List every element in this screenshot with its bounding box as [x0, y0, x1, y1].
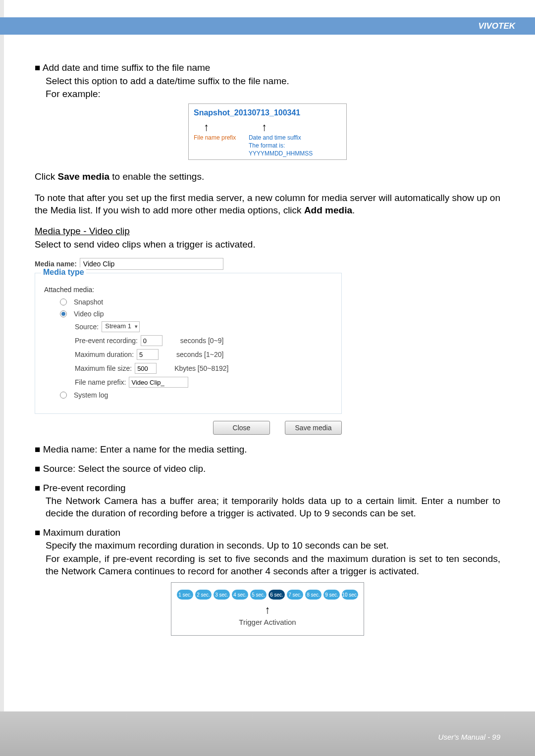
bullet-max-dur-l1: Specify the maximum recording duration i… [46, 540, 500, 552]
source-label: Source: [75, 322, 99, 331]
bullet-pre-event-title: ■ Pre-event recording [35, 482, 500, 495]
trigger-bubble: 5 sec. [250, 590, 267, 600]
header-bar: VIVOTEK [0, 17, 535, 35]
save-media-button-label: Save media [295, 423, 332, 432]
bullet-max-dur-l2: For example, if pre-event recording is s… [46, 553, 500, 577]
snapshot-format-label: The format is: YYYYMMDD_HHMMSS [249, 142, 341, 157]
bullet-pre-event-title-text: Pre-event recording [43, 483, 126, 493]
snapshot-prefix-label: File name prefix [194, 134, 239, 157]
prefix-input[interactable] [129, 377, 188, 388]
note-part1: To note that after you set up the first … [35, 193, 500, 215]
trigger-bubble: 10 sec. [342, 590, 358, 600]
radio-syslog-row[interactable]: System log [60, 391, 332, 400]
note-part2: . [352, 205, 355, 215]
section1-title: Add date and time suffix to the file nam… [43, 62, 211, 73]
source-value: Stream 1 [105, 322, 131, 330]
radio-snapshot[interactable] [60, 299, 67, 305]
max-size-input[interactable] [135, 363, 157, 374]
trigger-caption: Trigger Activation [176, 617, 359, 627]
max-dur-input[interactable] [137, 349, 159, 360]
snapshot-suffix-label: Date and time suffix [249, 134, 341, 142]
bullet: ■ [35, 62, 40, 73]
source-select[interactable]: Stream 1 [102, 321, 140, 332]
close-button[interactable]: Close [213, 421, 270, 435]
bullet-media-name: ■ Media name: Enter a name for the media… [35, 444, 500, 456]
trigger-bubble: 2 sec. [195, 590, 212, 600]
radio-videoclip[interactable] [60, 310, 67, 317]
media-type-header: Media type - Video clip [35, 225, 500, 238]
trigger-diagram: 1 sec.2 sec.3 sec.4 sec.5 sec.6 sec.7 se… [171, 582, 364, 636]
media-type-legend: Media type [41, 267, 86, 278]
radio-syslog[interactable] [60, 392, 67, 399]
note-bold: Add media [304, 205, 352, 215]
pre-event-range: seconds [0~9] [180, 336, 224, 345]
trigger-bubble: 3 sec. [214, 590, 230, 600]
click-save-pre: Click [35, 171, 57, 182]
bullet-media-name-text: Media name: Enter a name for the media s… [43, 444, 247, 454]
trigger-bubble: 6 sec. [268, 590, 285, 600]
close-button-label: Close [233, 423, 251, 432]
pre-event-label: Pre-event recording: [75, 336, 138, 345]
snapshot-title: Snapshot_20130713_100341 [194, 108, 341, 118]
section1-line1: Select this option to add a date/time su… [46, 75, 500, 88]
bullet-source: ■ Source: Select the source of video cli… [35, 463, 500, 475]
media-name-input[interactable] [80, 258, 223, 270]
note-line: To note that after you set up the first … [35, 192, 500, 216]
radio-videoclip-label: Video clip [74, 309, 104, 318]
attached-media-label: Attached media: [44, 285, 332, 294]
prefix-label: File name prefix: [75, 378, 126, 387]
media-type-fieldset: Media type Attached media: Snapshot Vide… [35, 273, 342, 414]
radio-snapshot-label: Snapshot [74, 298, 103, 306]
bullet-pre-event-body: The Network Camera has a buffer area; it… [46, 495, 500, 519]
footer-text: User's Manual - 99 [438, 733, 500, 741]
trigger-bubble: 9 sec. [323, 590, 340, 600]
save-media-button[interactable]: Save media [285, 421, 342, 435]
click-save-line: Click Save media to enable the settings. [35, 171, 500, 183]
media-config-panel: Media name: Media type Attached media: S… [35, 258, 342, 435]
left-strip [0, 0, 4, 756]
max-size-label: Maximum file size: [75, 364, 132, 373]
trigger-bubble: 7 sec. [287, 590, 303, 600]
snapshot-diagram: Snapshot_20130713_100341 ↑ ↑ File name p… [188, 103, 347, 160]
click-save-bold: Save media [57, 171, 109, 182]
max-dur-label: Maximum duration: [75, 350, 134, 359]
trigger-bubble: 1 sec. [177, 590, 193, 600]
radio-snapshot-row[interactable]: Snapshot [60, 298, 332, 306]
radio-videoclip-row[interactable]: Video clip [60, 309, 332, 318]
max-dur-range: seconds [1~20] [176, 350, 223, 359]
brand-label: VIVOTEK [478, 21, 515, 31]
media-type-sub: Select to send video clips when a trigge… [35, 239, 500, 251]
radio-syslog-label: System log [74, 391, 108, 400]
bullet-max-dur-title: ■ Maximum duration [35, 527, 500, 539]
pre-event-input[interactable] [141, 335, 162, 346]
section1-line2: For example: [46, 88, 500, 101]
max-size-range: Kbytes [50~8192] [174, 364, 228, 373]
trigger-bubble: 4 sec. [232, 590, 248, 600]
bullet-source-text: Source: Select the source of video clip. [43, 463, 206, 474]
click-save-post: to enable the settings. [109, 171, 204, 182]
bullet-max-dur-title-text: Maximum duration [43, 527, 120, 538]
trigger-arrow-icon: ↑ [176, 605, 359, 615]
snapshot-arrows: ↑ ↑ [204, 120, 341, 135]
trigger-bubble: 8 sec. [305, 590, 321, 600]
